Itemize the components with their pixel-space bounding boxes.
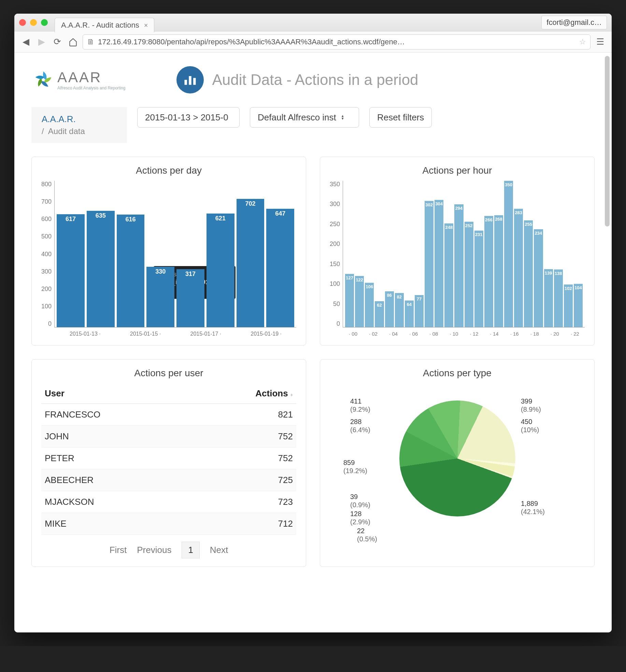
logo-text-block: AAAR Alfresco Audit Analysis and Reporti… [57,69,125,90]
bar[interactable]: 139 [544,269,553,327]
pie-label: 859(19.2%) [343,458,367,475]
bar[interactable]: 268 [494,215,503,327]
table-row[interactable]: FRANCESCO821 [41,404,296,426]
card-actions-per-hour: Actions per hour 350300250200150100500 1… [320,157,595,346]
url-text: 172.16.49.179:8080/pentaho/api/repos/%3A… [98,38,405,46]
address-bar[interactable]: 🗎 172.16.49.179:8080/pentaho/api/repos/%… [83,34,591,49]
dashboard-grid: Actions per day 800700600500400300200100… [31,157,595,567]
filter-bar: A.A.A.R. / Audit data 2015-01-13 > 2015-… [31,107,595,143]
date-range-input[interactable]: 2015-01-13 > 2015-0 [137,107,240,128]
y-axis: 8007006005004003002001000 [41,181,54,327]
bar[interactable]: 86 [385,291,394,327]
bar[interactable]: 635 [87,211,115,327]
pager-page[interactable]: 1 [182,542,199,558]
minimize-window-button[interactable] [30,19,37,26]
cell-actions: 821 [190,404,296,426]
bookmark-icon[interactable]: ☆ [579,38,586,46]
table-row[interactable]: PETER752 [41,448,296,469]
table-row[interactable]: MIKE712 [41,513,296,535]
pie-label: 22(0.5%) [357,527,377,543]
card-actions-per-user: Actions per user User Actions ♦ FRANCESC… [31,359,306,567]
chart-actions-per-hour[interactable]: 350300250200150100500 127122106628682647… [330,181,585,327]
zoom-window-button[interactable] [41,19,48,26]
bar[interactable]: 266 [484,216,493,327]
chart-actions-per-type[interactable]: 1,889(42.1%)450(10%)399(8.9%)411(9.2%)28… [330,383,585,540]
bar[interactable]: 621 [207,214,234,327]
bar[interactable]: 82 [395,293,404,327]
pie-chart[interactable] [399,400,515,516]
bar[interactable]: 317 [176,269,204,327]
bar[interactable]: 647 [266,209,294,327]
cell-user: MJACKSON [41,491,190,513]
bar[interactable]: 294 [454,204,463,327]
col-user[interactable]: User [41,383,190,404]
cell-actions: 725 [190,469,296,491]
chart-actions-per-day[interactable]: 8007006005004003002001000 Seriesactions … [41,181,296,327]
pager-first[interactable]: First [110,545,127,555]
back-button[interactable]: ◀ [20,36,32,48]
cell-user: MIKE [41,513,190,535]
bar[interactable]: 702 [237,199,265,327]
titlebar: A.A.A.R. - Audit actions × fcorti@gmail.… [14,14,612,31]
home-button[interactable] [67,36,79,48]
breadcrumb-current: / Audit data [42,127,117,136]
bar[interactable]: 234 [534,229,543,327]
card-title: Actions per hour [330,165,585,176]
cell-actions: 723 [190,491,296,513]
bar[interactable]: 106 [365,283,374,327]
bar[interactable]: 283 [514,209,523,327]
bar[interactable]: 77 [415,295,424,327]
user-menu-button[interactable]: fcorti@gmail.c… [541,16,607,29]
pie-label: 411(9.2%) [350,397,370,413]
pie-label: 399(8.9%) [521,397,541,413]
browser-tab[interactable]: A.A.A.R. - Audit actions × [55,18,154,32]
bar[interactable]: 231 [474,231,483,327]
bar[interactable]: 122 [355,276,364,327]
pager-next[interactable]: Next [210,545,228,555]
close-tab-icon[interactable]: × [144,21,148,29]
bar[interactable]: 255 [524,220,533,327]
reset-filters-button[interactable]: Reset filters [369,107,432,128]
bar[interactable]: 127 [345,274,354,327]
bar[interactable]: 64 [405,301,414,327]
site-info-icon[interactable]: 🗎 [87,38,95,46]
browser-window: A.A.A.R. - Audit actions × fcorti@gmail.… [14,14,612,632]
pie-label: 39(0.9%) [350,493,370,509]
reload-button[interactable]: ⟳ [51,36,63,48]
table-row[interactable]: JOHN752 [41,426,296,448]
forward-button[interactable]: ▶ [35,36,48,48]
cell-actions: 752 [190,448,296,469]
close-window-button[interactable] [19,19,26,26]
bar[interactable]: 304 [435,200,443,327]
bar[interactable]: 616 [117,215,145,327]
bar[interactable]: 302 [425,201,433,327]
pager-prev[interactable]: Previous [137,545,171,555]
instance-select[interactable]: Default Alfresco inst ▲▼ [250,107,359,128]
col-actions[interactable]: Actions ♦ [190,383,296,404]
card-title: Actions per day [41,165,296,176]
tab-title: A.A.A.R. - Audit actions [61,21,139,30]
bar[interactable]: 330 [146,267,174,327]
bar[interactable]: 62 [375,301,384,327]
bar[interactable]: 102 [564,284,573,327]
chart-plot[interactable]: 1271221066286826477302304248294252231266… [343,181,585,327]
table-row[interactable]: ABEECHER725 [41,469,296,491]
bar[interactable]: 248 [444,223,453,327]
user-label: fcorti@gmail.c… [546,18,602,27]
bar[interactable]: 617 [57,214,85,327]
menu-button[interactable]: ☰ [594,36,606,48]
instance-value: Default Alfresco inst [258,112,336,123]
bar[interactable]: 138 [554,269,563,327]
scrollbar-thumb[interactable] [605,56,610,227]
bar[interactable]: 252 [465,222,473,327]
bar[interactable]: 104 [574,284,583,327]
chart-plot[interactable]: Seriesactions Date_id2015-01-16 Value⇕ 3… [54,181,296,327]
breadcrumb-root[interactable]: A.A.A.R. [42,114,117,125]
pie-label: 450(10%) [521,418,539,434]
users-table: User Actions ♦ FRANCESCO821JOHN752PETER7… [41,383,296,535]
bar[interactable]: 350 [504,181,513,327]
table-row[interactable]: MJACKSON723 [41,491,296,513]
x-axis: · 00 · 02 · 04 · 06 · 08 · 10 · 12 · 14 … [330,331,585,337]
cell-actions: 752 [190,426,296,448]
logo-icon [31,68,55,92]
